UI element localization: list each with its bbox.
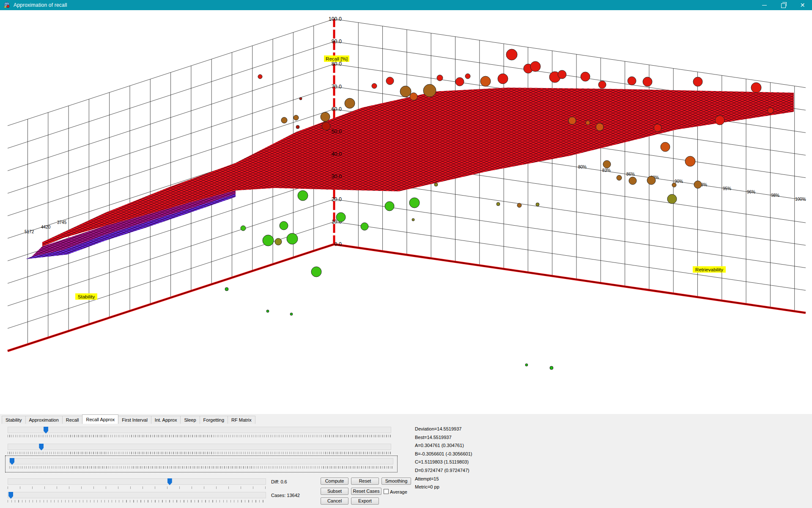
tab-approximation[interactable]: Approximation <box>25 416 63 424</box>
recall-tick: 40.0 <box>332 151 342 157</box>
data-bubble <box>647 176 656 185</box>
cancel-button[interactable]: Cancel <box>321 497 348 505</box>
tab-forgetting[interactable]: Forgetting <box>200 416 228 424</box>
cases-slider-label: Cases: 13642 <box>271 493 300 498</box>
smoothing-button[interactable]: Smoothing <box>381 478 411 485</box>
close-button[interactable]: ✕ <box>793 0 812 10</box>
retrievability-tick: 83% <box>602 168 611 173</box>
data-bubble <box>628 77 636 85</box>
tab-stability[interactable]: Stability <box>2 416 26 424</box>
data-bubble <box>290 313 293 315</box>
cases-slider-thumb[interactable] <box>8 492 13 499</box>
reset-button[interactable]: Reset <box>351 478 379 485</box>
data-bubble <box>322 122 330 130</box>
data-bubble <box>685 156 695 166</box>
data-bubble <box>558 70 566 79</box>
recall-tick: 80.0 <box>332 61 342 67</box>
diff-slider-ticks <box>8 486 266 489</box>
data-bubble <box>617 175 622 180</box>
data-bubble <box>525 364 528 366</box>
cases-slider-track[interactable] <box>8 492 266 498</box>
stat-line: Attempt=15 <box>415 475 472 483</box>
data-bubble <box>506 49 517 60</box>
data-bubble <box>345 98 355 108</box>
retrievability-axis-label: Retrievability <box>693 266 726 273</box>
minimize-button[interactable] <box>755 0 774 10</box>
data-bubble <box>667 194 677 204</box>
recall-tick: 70.0 <box>332 84 342 90</box>
data-bubble <box>296 125 299 129</box>
data-bubble <box>225 287 228 291</box>
tab-recall[interactable]: Recall <box>62 416 83 424</box>
stat-line: Metric=0 pp <box>415 483 472 491</box>
data-bubble <box>568 117 576 124</box>
average-label: Average <box>390 489 407 494</box>
data-bubble <box>694 181 702 188</box>
data-bubble <box>596 123 604 131</box>
data-bubble <box>643 77 652 86</box>
data-bubble <box>751 83 761 93</box>
data-bubble <box>298 190 308 201</box>
slider-1-thumb[interactable] <box>44 427 48 433</box>
diff-slider-track[interactable] <box>8 478 266 485</box>
data-bubble <box>434 183 438 186</box>
data-bubble <box>311 267 321 277</box>
data-bubble <box>386 77 394 85</box>
svg-text:Retrievability: Retrievability <box>695 267 723 272</box>
data-bubble <box>321 112 330 121</box>
data-bubble <box>336 213 346 222</box>
stat-line: B=-0.3056601 (-0.3056601) <box>415 450 472 458</box>
retrievability-tick: 100% <box>795 197 806 202</box>
subset-button[interactable]: Subset <box>321 488 348 495</box>
tab-first-interval[interactable]: First Interval <box>118 416 151 424</box>
tab-recall-approx[interactable]: Recall Approx <box>82 414 118 424</box>
data-bubble <box>361 223 368 230</box>
slider-3-ticks <box>9 466 393 469</box>
slider-1-ticks <box>8 435 391 437</box>
data-bubble <box>281 117 287 123</box>
data-bubble <box>536 203 539 206</box>
recall-tick: 90.0 <box>332 39 342 44</box>
restore-button[interactable] <box>774 0 793 10</box>
reset-cases-button[interactable]: Reset Cases <box>351 488 381 495</box>
svg-text:Stability: Stability <box>78 294 95 299</box>
data-bubble <box>372 83 377 88</box>
slider-3-track[interactable] <box>9 458 393 464</box>
data-bubble <box>465 74 470 79</box>
data-bubble <box>299 97 302 100</box>
stability-tick-labels: 517244203745 <box>25 220 67 234</box>
tab-sleep[interactable]: Sleep <box>180 416 200 424</box>
recall-tick: 0.0 <box>335 241 342 247</box>
cases-slider-ticks <box>8 500 266 502</box>
slider-3-thumb[interactable] <box>10 458 14 465</box>
average-checkbox[interactable] <box>384 489 389 494</box>
slider-2-thumb[interactable] <box>39 444 44 450</box>
export-button[interactable]: Export <box>351 497 379 505</box>
data-bubble <box>480 76 491 86</box>
restore-icon <box>781 3 786 8</box>
retrievability-tick: 80% <box>578 165 587 169</box>
stability-tick: 5172 <box>25 229 34 234</box>
compute-button[interactable]: Compute <box>321 478 348 485</box>
tab-int-approx[interactable]: Int. Approx <box>151 416 181 424</box>
slider-1-track[interactable] <box>8 427 391 433</box>
app-icon <box>3 2 10 8</box>
recall-tick: 50.0 <box>332 129 342 135</box>
data-bubble <box>287 233 298 244</box>
data-bubble <box>603 160 611 168</box>
data-bubble <box>629 177 636 185</box>
diff-slider-thumb[interactable] <box>167 478 172 485</box>
retrievability-tick: 98% <box>771 193 779 198</box>
recall-axis-label: Recall [%] <box>324 55 349 62</box>
data-bubble <box>258 75 262 79</box>
data-bubble <box>400 86 411 97</box>
data-bubble <box>437 75 443 81</box>
tab-rf-matrix[interactable]: RF Matrix <box>228 416 255 424</box>
recall-tick: 30.0 <box>332 174 342 179</box>
data-bubble <box>412 218 414 221</box>
slider-2-track[interactable] <box>8 444 391 450</box>
data-bubble <box>241 226 246 231</box>
svg-text:Recall [%]: Recall [%] <box>326 56 348 61</box>
data-bubble <box>409 198 420 208</box>
control-panel: StabilityApproximationRecallRecall Appro… <box>0 414 812 508</box>
